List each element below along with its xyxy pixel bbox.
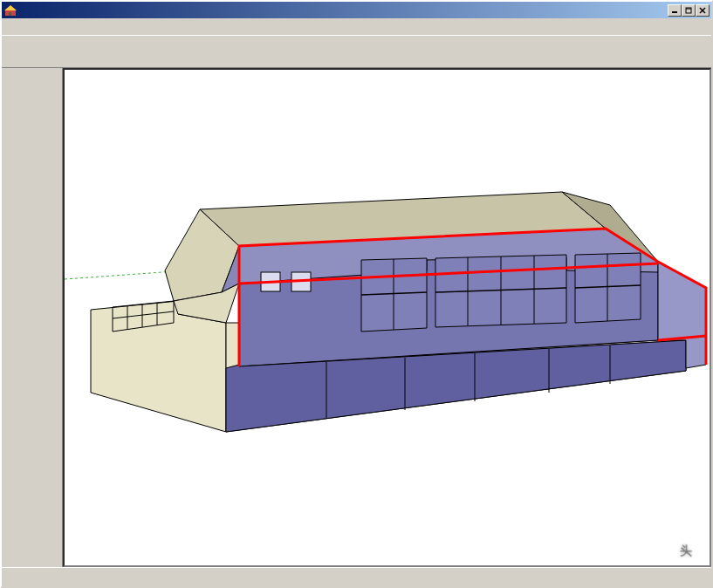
menu-window[interactable] [68, 25, 79, 29]
minimize-button[interactable] [668, 4, 682, 17]
menu-edit[interactable] [16, 25, 26, 29]
maximize-button[interactable] [682, 4, 696, 17]
menu-draw[interactable] [47, 25, 58, 29]
menu-bar [2, 18, 711, 35]
svg-marker-9 [91, 301, 226, 432]
app-icon [3, 3, 17, 17]
left-toolbar [2, 68, 63, 567]
watermark: 头 [676, 541, 701, 560]
viewport[interactable]: 头 [63, 68, 711, 567]
menu-help[interactable] [79, 25, 89, 29]
title-bar [2, 2, 711, 18]
menu-view[interactable] [26, 25, 37, 29]
status-bar [2, 567, 711, 586]
svg-marker-1 [4, 5, 17, 10]
menu-file[interactable] [5, 25, 16, 29]
model-drawing [65, 70, 710, 567]
svg-text:头: 头 [680, 544, 692, 557]
menu-camera[interactable] [37, 25, 47, 29]
menu-tools[interactable] [58, 25, 68, 29]
svg-rect-2 [9, 12, 11, 16]
main-toolbar [2, 35, 711, 68]
close-button[interactable] [696, 4, 710, 17]
